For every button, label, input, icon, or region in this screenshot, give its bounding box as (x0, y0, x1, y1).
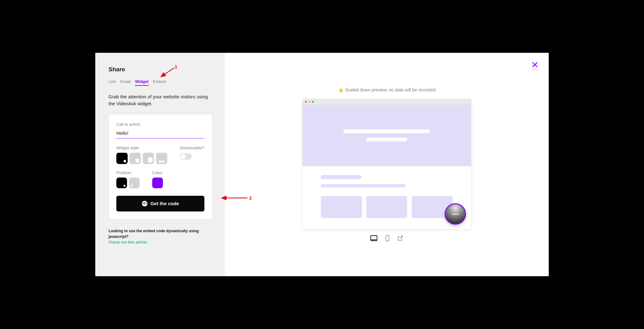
placeholder-bar (343, 129, 430, 133)
close-button[interactable]: ESC (532, 62, 539, 71)
tab-link[interactable]: Link (108, 79, 116, 86)
tab-widget[interactable]: Widget (135, 79, 148, 86)
placeholder-bar (366, 138, 407, 141)
widget-style-label: Widget style: (116, 145, 167, 150)
tab-email[interactable]: Email (120, 79, 131, 86)
get-the-code-button[interactable]: </> Get the code (116, 196, 204, 211)
code-icon: </> (142, 201, 147, 206)
position-bottom-right[interactable] (116, 178, 127, 188)
share-tabs: Link Email Widget Embed (108, 79, 212, 86)
color-picker[interactable] (152, 178, 163, 188)
footnote-link[interactable]: Check out this article. (108, 240, 148, 244)
esc-label: ESC (532, 68, 539, 71)
device-switcher (370, 235, 403, 243)
preview-hero (303, 105, 471, 166)
color-label: Color: (152, 170, 163, 175)
cta-input[interactable] (116, 129, 204, 139)
preview-window: Hello! (302, 99, 471, 229)
intro-text: Grab the attention of your website visit… (108, 93, 212, 107)
position-options (116, 178, 140, 188)
style-square-small[interactable] (130, 153, 141, 164)
share-modal: Share Link Email Widget Embed Grab the a… (95, 53, 549, 276)
placeholder-bar (321, 184, 406, 187)
placeholder-card (366, 196, 408, 218)
footnote-prefix: Looking to use the embed code dynamicall… (108, 229, 199, 239)
close-icon (532, 62, 537, 67)
widget-style-options (116, 153, 167, 164)
share-config-pane: Share Link Email Widget Embed Grab the a… (95, 53, 225, 276)
cta-label: Call to action: (116, 122, 204, 127)
dismissable-label: Dismissable? (180, 145, 204, 150)
svg-rect-2 (371, 236, 377, 240)
style-circle[interactable] (116, 153, 128, 164)
widget-preview-bubble[interactable]: Hello! (445, 203, 466, 225)
mobile-icon[interactable] (386, 235, 389, 243)
page-title: Share (108, 66, 212, 73)
open-external-icon[interactable] (397, 235, 403, 242)
tab-embed[interactable]: Embed (153, 79, 166, 86)
placeholder-bar (321, 175, 362, 179)
hand-point-icon: 👆 (338, 87, 343, 92)
preview-pane: ESC 👆 Scaled down preview, no data will … (225, 53, 549, 276)
get-the-code-label: Get the code (151, 201, 179, 206)
window-bar (303, 99, 471, 105)
placeholder-card (321, 196, 362, 218)
traffic-light-close-icon (305, 101, 307, 103)
position-bottom-left[interactable] (129, 178, 140, 188)
style-bar[interactable] (156, 153, 167, 164)
style-square-large[interactable] (143, 153, 154, 164)
preview-caption: 👆 Scaled down preview, no data will be r… (338, 87, 436, 92)
position-label: Position: (116, 170, 140, 175)
widget-bubble-text: Hello! (452, 213, 459, 216)
traffic-light-min-icon (308, 101, 310, 103)
desktop-icon[interactable] (370, 235, 377, 242)
widget-config-card: Call to action: Widget style: Dismissa (108, 114, 212, 219)
footnote: Looking to use the embed code dynamicall… (108, 228, 212, 245)
svg-point-5 (387, 240, 388, 240)
traffic-light-max-icon (312, 101, 314, 103)
dismissable-toggle[interactable] (180, 153, 192, 160)
